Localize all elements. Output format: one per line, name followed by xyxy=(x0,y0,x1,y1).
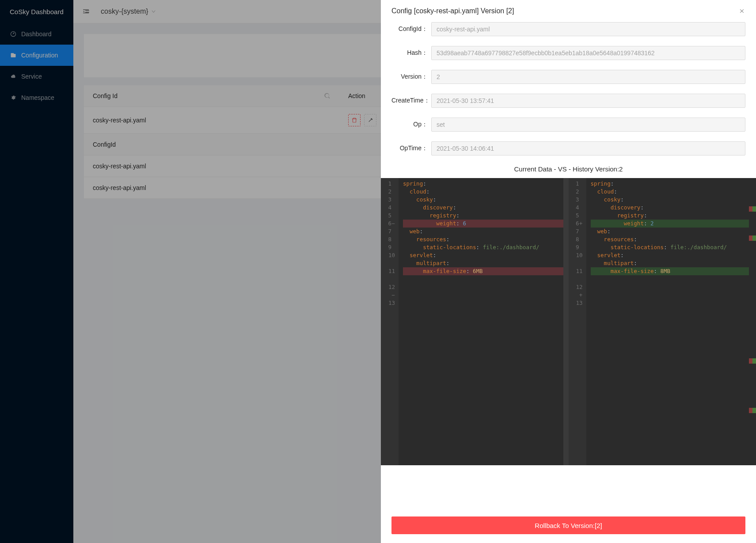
label-hash: Hash： xyxy=(391,49,431,57)
input-config-id xyxy=(431,22,745,36)
config-version-drawer: Config [cosky-rest-api.yaml] Version [2]… xyxy=(381,0,756,543)
code-right: spring: cloud: cosky: discovery: registr… xyxy=(586,178,756,465)
close-icon[interactable] xyxy=(738,8,745,15)
input-op xyxy=(431,118,745,132)
diff-title: Current Data - VS - History Version:2 xyxy=(391,165,745,173)
input-version xyxy=(431,70,745,84)
label-create-time: CreateTime： xyxy=(391,97,431,105)
input-op-time xyxy=(431,141,745,156)
drawer-footer: Rollback To Version:[2] xyxy=(381,508,756,543)
gutter-left: 123456−789101112−13 xyxy=(381,178,399,465)
drawer-title: Config [cosky-rest-api.yaml] Version [2] xyxy=(391,7,514,15)
label-config-id: ConfigId： xyxy=(391,25,431,33)
code-left: spring: cloud: cosky: discovery: registr… xyxy=(399,178,569,465)
input-create-time xyxy=(431,94,745,108)
label-op-time: OpTime： xyxy=(391,144,431,152)
minimap[interactable] xyxy=(749,178,756,465)
label-version: Version： xyxy=(391,73,431,81)
drawer-body: ConfigId： Hash： Version： CreateTime： Op：… xyxy=(381,22,756,508)
label-op: Op： xyxy=(391,121,431,129)
drawer-header: Config [cosky-rest-api.yaml] Version [2] xyxy=(381,0,756,22)
gutter-right: 123456+789101112+13 xyxy=(569,178,586,465)
diff-editor[interactable]: 123456−789101112−13 spring: cloud: cosky… xyxy=(381,178,756,465)
diff-pane-left: 123456−789101112−13 spring: cloud: cosky… xyxy=(381,178,569,465)
diff-pane-right: 123456+789101112+13 spring: cloud: cosky… xyxy=(569,178,756,465)
scrollbar-left[interactable] xyxy=(563,178,569,465)
rollback-button[interactable]: Rollback To Version:[2] xyxy=(391,516,745,534)
input-hash xyxy=(431,46,745,60)
